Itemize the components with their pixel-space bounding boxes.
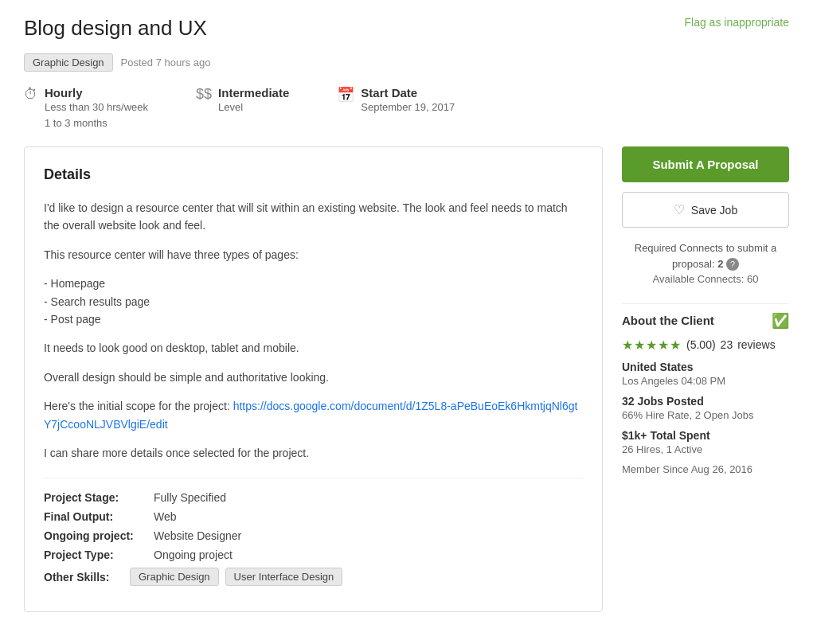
details-para-5: Overall design should be simple and auth… <box>44 369 583 386</box>
project-info: Project Stage: Fully Specified Final Out… <box>44 478 583 586</box>
start-date: September 19, 2017 <box>361 100 455 115</box>
client-city: Los Angeles 04:08 PM <box>622 375 789 387</box>
skill-badge-ui-design[interactable]: User Interface Design <box>225 568 343 586</box>
total-spent-label: $1k+ Total Spent <box>622 429 789 442</box>
hires: 26 Hires, 1 Active <box>622 443 789 455</box>
verified-icon: ✅ <box>772 312 789 330</box>
other-skills-label: Other Skills: <box>44 568 123 584</box>
details-para-3: - Homepage - Search results page - Post … <box>44 275 583 328</box>
hourly-sub1: Less than 30 hrs/week <box>45 100 148 115</box>
hourly-meta: ⏱ Hourly Less than 30 hrs/week 1 to 3 mo… <box>24 86 148 131</box>
available-num: 60 <box>747 273 758 285</box>
connects-info: Required Connects to submit a proposal: … <box>622 240 789 287</box>
right-sidebar: Submit A Proposal ♡ Save Job Required Co… <box>622 146 789 612</box>
details-para-6: Here's the initial scope for the project… <box>44 397 583 433</box>
details-para-2: This resource center will have three typ… <box>44 246 583 263</box>
connects-num: 2 <box>717 258 723 270</box>
hourly-sub2: 1 to 3 months <box>45 115 148 131</box>
about-client-title: About the Client <box>622 314 714 327</box>
hourly-label: Hourly <box>45 86 148 100</box>
save-job-button[interactable]: ♡ Save Job <box>622 192 789 228</box>
star-rating: ★★★★★ <box>622 338 682 353</box>
client-location: United States <box>622 361 789 373</box>
skill-badges: Graphic Design User Interface Design <box>130 568 342 586</box>
category-tag[interactable]: Graphic Design <box>24 53 113 72</box>
available-label: Available Connects: <box>653 273 745 285</box>
project-stage-label: Project Stage: <box>44 491 147 504</box>
question-icon[interactable]: ? <box>726 258 739 271</box>
posted-time: Posted 7 hours ago <box>121 57 211 68</box>
details-para-7: I can share more details once selected f… <box>44 444 583 462</box>
connects-label: Required Connects to submit a proposal: <box>635 242 776 270</box>
jobs-posted-label: 32 Jobs Posted <box>622 395 789 408</box>
page-title: Blog design and UX <box>24 16 207 41</box>
heart-icon: ♡ <box>674 202 685 217</box>
start-date-meta: 📅 Start Date September 19, 2017 <box>337 86 455 131</box>
rating-score: (5.00) <box>686 338 716 351</box>
level-meta: $$ Intermediate Level <box>196 86 289 131</box>
details-para-1: I'd like to design a resource center tha… <box>44 199 583 235</box>
member-since: Member Since Aug 26, 2016 <box>622 463 789 475</box>
about-client: About the Client ✅ ★★★★★ (5.00) 23 revie… <box>622 312 789 475</box>
reviews-count: 23 <box>721 338 733 351</box>
final-output-value: Web <box>154 510 177 523</box>
hire-rate: 66% Hire Rate, 2 Open Jobs <box>622 409 789 421</box>
submit-proposal-button[interactable]: Submit A Proposal <box>622 146 789 182</box>
level-label: Intermediate <box>218 86 289 100</box>
project-type-label: Project Type: <box>44 548 147 561</box>
details-panel: Details I'd like to design a resource ce… <box>24 146 603 612</box>
level-sublabel: Level <box>218 100 289 115</box>
start-label: Start Date <box>361 86 455 100</box>
details-title: Details <box>44 166 583 183</box>
calendar-icon: 📅 <box>337 86 354 103</box>
ongoing-project-value: Website Designer <box>154 529 241 542</box>
details-para-4: It needs to look good on desktop, tablet… <box>44 339 583 357</box>
final-output-label: Final Output: <box>44 510 147 523</box>
project-stage-value: Fully Specified <box>154 491 226 504</box>
project-type-value: Ongoing project <box>154 548 233 561</box>
divider <box>622 303 789 304</box>
dollar-icon: $$ <box>196 86 212 103</box>
flag-inappropriate-link[interactable]: Flag as inappropriate <box>684 16 789 29</box>
reviews-label: reviews <box>737 338 775 351</box>
skill-badge-graphic-design[interactable]: Graphic Design <box>130 568 219 586</box>
ongoing-project-label: Ongoing project: <box>44 529 147 542</box>
clock-icon: ⏱ <box>24 86 38 103</box>
